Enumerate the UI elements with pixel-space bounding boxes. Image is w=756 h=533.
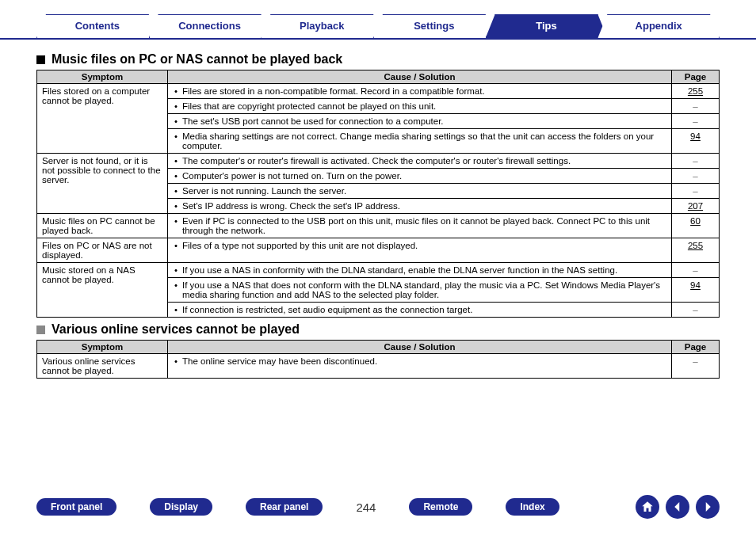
pill-display[interactable]: Display	[150, 498, 212, 516]
cause-cell: Files of a type not supported by this un…	[168, 238, 672, 263]
tab-tips[interactable]: Tips	[486, 14, 608, 38]
content: Music files on PC or NAS cannot be playe…	[0, 40, 756, 379]
page-dash: –	[693, 171, 697, 181]
cause-text: If you use a NAS in conformity with the …	[173, 265, 666, 275]
pill-remote[interactable]: Remote	[409, 498, 472, 516]
cause-text: Even if PC is connected to the USB port …	[173, 216, 666, 235]
troubleshoot-table: SymptomCause / SolutionPageFiles stored …	[36, 70, 720, 318]
symptom-cell: Server is not found, or it is not possib…	[37, 154, 168, 214]
cause-cell: Computer's power is not turned on. Turn …	[168, 169, 672, 184]
table-header-page: Page	[672, 70, 720, 84]
tab-label: Settings	[414, 20, 454, 32]
cause-text: Media sharing settings are not correct. …	[173, 131, 666, 150]
symptom-cell: Music files on PC cannot be played back.	[37, 214, 168, 238]
cause-text: The online service may have been discont…	[173, 356, 666, 366]
top-tabs: ContentsConnectionsPlaybackSettingsTipsA…	[0, 0, 756, 40]
page-dash: –	[693, 186, 697, 196]
table-row: Files stored on a computer cannot be pla…	[37, 84, 720, 99]
table-row: Music stored on a NAS cannot be played.I…	[37, 263, 720, 278]
tab-connections[interactable]: Connections	[149, 14, 271, 38]
cause-cell: Even if PC is connected to the USB port …	[168, 214, 672, 238]
symptom-cell: Music stored on a NAS cannot be played.	[37, 263, 168, 318]
symptom-cell: Various online services cannot be played…	[37, 354, 168, 379]
cause-text: The computer's or router's firewall is a…	[173, 156, 666, 166]
page-dash: –	[693, 116, 697, 126]
table-row: Various online services cannot be played…	[37, 354, 720, 379]
symptom-cell: Files on PC or NAS are not displayed.	[37, 238, 168, 263]
table-row: Files on PC or NAS are not displayed.Fil…	[37, 238, 720, 263]
cause-text: Server is not running. Launch the server…	[173, 186, 666, 196]
page-cell: 94	[672, 278, 720, 303]
page-cell: –	[672, 154, 720, 169]
tab-label: Contents	[75, 20, 120, 32]
page-cell: –	[672, 263, 720, 278]
page-dash: –	[693, 305, 697, 314]
tab-label: Playback	[300, 20, 344, 32]
cause-cell: If connection is restricted, set audio e…	[168, 303, 672, 318]
page-cell: 255	[672, 84, 720, 99]
cause-text: Set's IP address is wrong. Check the set…	[173, 201, 666, 211]
page-dash: –	[693, 356, 697, 366]
page-cell: 207	[672, 199, 720, 214]
cause-text: If connection is restricted, set audio e…	[173, 305, 666, 314]
table-header-cause: Cause / Solution	[168, 341, 672, 354]
page-link[interactable]: 255	[688, 86, 703, 96]
bottom-nav: Front panelDisplayRear panel244RemoteInd…	[0, 495, 756, 519]
tab-contents[interactable]: Contents	[36, 14, 158, 38]
cause-cell: If you use a NAS in conformity with the …	[168, 263, 672, 278]
tab-appendix[interactable]: Appendix	[598, 14, 720, 38]
cause-text: Computer's power is not turned on. Turn …	[173, 171, 666, 181]
page-cell: 94	[672, 129, 720, 154]
prev-icon[interactable]	[666, 495, 689, 519]
page-link[interactable]: 255	[688, 241, 703, 250]
tab-playback[interactable]: Playback	[261, 14, 383, 38]
cause-cell: Media sharing settings are not correct. …	[168, 129, 672, 154]
cause-cell: Files are stored in a non-compatible for…	[168, 84, 672, 99]
page-cell: –	[672, 303, 720, 318]
table-header-page: Page	[672, 341, 720, 354]
cause-text: Files that are copyright protected canno…	[173, 101, 666, 111]
table-row: Music files on PC cannot be played back.…	[37, 214, 720, 238]
tab-label: Appendix	[636, 20, 682, 32]
section-heading: Various online services cannot be played	[36, 322, 720, 337]
tab-label: Tips	[536, 20, 557, 32]
page-cell: –	[672, 169, 720, 184]
square-bullet-icon	[36, 55, 45, 64]
page-dash: –	[693, 265, 697, 275]
page-link[interactable]: 94	[690, 131, 701, 141]
cause-cell: Server is not running. Launch the server…	[168, 184, 672, 199]
tab-settings[interactable]: Settings	[373, 14, 495, 38]
page-cell: –	[672, 99, 720, 114]
cause-text: Files of a type not supported by this un…	[173, 241, 666, 250]
tab-label: Connections	[178, 20, 241, 32]
cause-text: The set's USB port cannot be used for co…	[173, 116, 666, 126]
symptom-cell: Files stored on a computer cannot be pla…	[37, 84, 168, 154]
cause-text: Files are stored in a non-compatible for…	[173, 86, 666, 96]
cause-text: If you use a NAS that does not conform w…	[173, 280, 666, 299]
next-icon[interactable]	[696, 495, 720, 519]
page-link[interactable]: 94	[690, 280, 701, 290]
page-cell: –	[672, 354, 720, 379]
pill-index[interactable]: Index	[506, 498, 559, 516]
pill-rear-panel[interactable]: Rear panel	[246, 498, 323, 516]
table-header-symptom: Symptom	[37, 70, 168, 84]
section-heading-text: Music files on PC or NAS cannot be playe…	[52, 52, 342, 67]
page-number: 244	[356, 501, 376, 514]
page-cell: 255	[672, 238, 720, 263]
page-link[interactable]: 60	[690, 216, 701, 226]
page-dash: –	[693, 101, 697, 111]
table-row: Server is not found, or it is not possib…	[37, 154, 720, 169]
troubleshoot-table: SymptomCause / SolutionPageVarious onlin…	[36, 340, 720, 379]
table-header-cause: Cause / Solution	[168, 70, 672, 84]
cause-cell: Set's IP address is wrong. Check the set…	[168, 199, 672, 214]
pill-front-panel[interactable]: Front panel	[36, 498, 116, 516]
section-heading: Music files on PC or NAS cannot be playe…	[36, 52, 720, 67]
page-link[interactable]: 207	[688, 201, 703, 211]
cause-cell: The computer's or router's firewall is a…	[168, 154, 672, 169]
home-icon[interactable]	[636, 495, 659, 519]
table-header-symptom: Symptom	[37, 341, 168, 354]
page-cell: –	[672, 184, 720, 199]
page-cell: 60	[672, 214, 720, 238]
cause-cell: The set's USB port cannot be used for co…	[168, 114, 672, 129]
square-bullet-icon	[36, 326, 45, 334]
